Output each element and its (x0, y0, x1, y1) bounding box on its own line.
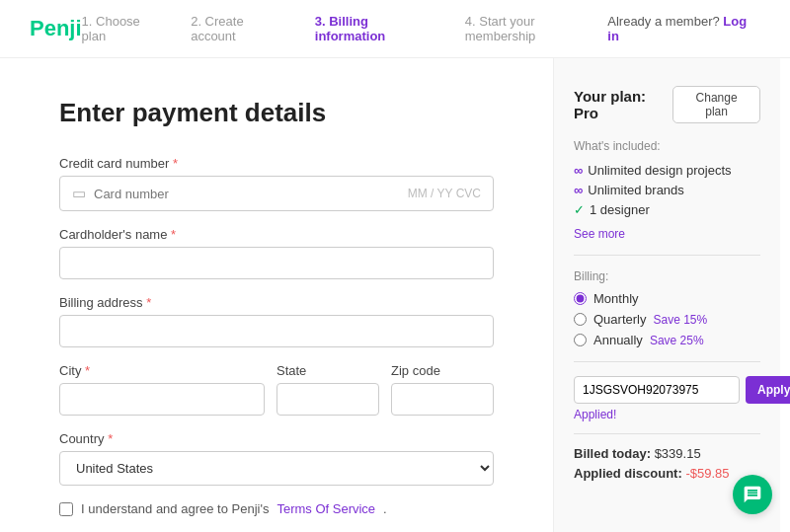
state-label: State (276, 363, 379, 378)
step-4: 4. Start your membership (465, 14, 608, 43)
billing-annually-label: Annually (593, 333, 643, 347)
tos-row: I understand and agree to Penji's Terms … (59, 501, 494, 516)
divider-2 (574, 361, 760, 362)
right-panel: Your plan: Pro Change plan What's includ… (553, 58, 780, 532)
quarterly-save-badge: Save 15% (653, 313, 707, 327)
billed-today-label: Billed today: (574, 446, 651, 461)
whats-included-label: What's included: (574, 139, 760, 153)
billing-address-group: Billing address * (59, 295, 494, 347)
see-more-link[interactable]: See more (574, 227, 760, 241)
state-input[interactable] (276, 383, 379, 416)
logo: Penji (30, 16, 82, 41)
main-layout: Enter payment details Credit card number… (0, 58, 790, 532)
page-title: Enter payment details (59, 98, 494, 128)
feature-2: ∞ Unlimited brands (574, 183, 760, 197)
billed-today-value: $339.15 (655, 446, 701, 461)
card-placeholders: MM / YY CVC (408, 187, 481, 200)
chat-button[interactable] (733, 475, 772, 514)
state-group: State (276, 363, 379, 416)
billing-address-input[interactable] (59, 315, 494, 347)
included-list: ∞ Unlimited design projects ∞ Unlimited … (574, 163, 760, 217)
billing-options: Monthly Quarterly Save 15% Annually Save… (574, 291, 760, 347)
zip-input[interactable] (391, 383, 494, 416)
feature-1: ∞ Unlimited design projects (574, 163, 760, 178)
header: Penji 1. Choose plan 2. Create account 3… (0, 0, 790, 58)
plan-title: Your plan: Pro (574, 88, 672, 121)
billing-option-monthly[interactable]: Monthly (574, 291, 760, 306)
steps-nav: 1. Choose plan 2. Create account 3. Bill… (82, 14, 608, 43)
country-select[interactable]: United States Canada United Kingdom Aust… (59, 451, 494, 486)
country-group: Country * United States Canada United Ki… (59, 431, 494, 486)
applied-text: Applied! (574, 408, 760, 421)
tos-text: I understand and agree to Penji's (81, 501, 269, 516)
credit-card-group: Credit card number * ▭ MM / YY CVC (59, 156, 494, 211)
coupon-row: Apply (574, 376, 760, 404)
credit-card-label: Credit card number * (59, 156, 494, 171)
annually-save-badge: Save 25% (650, 334, 704, 347)
country-label: Country * (59, 431, 494, 446)
billing-address-label: Billing address * (59, 295, 494, 310)
infinity-icon-2: ∞ (574, 183, 583, 197)
chat-icon (743, 485, 762, 504)
change-plan-button[interactable]: Change plan (672, 86, 760, 123)
logo-text: Penji (30, 16, 82, 40)
apply-button[interactable]: Apply (746, 376, 790, 404)
left-panel: Enter payment details Credit card number… (0, 58, 553, 532)
tos-link[interactable]: Terms Of Service (276, 501, 375, 516)
cardholder-group: Cardholder's name * (59, 227, 494, 279)
credit-card-input-wrapper[interactable]: ▭ MM / YY CVC (59, 176, 494, 211)
city-input[interactable] (59, 383, 265, 416)
applied-discount-value: -$59.85 (685, 466, 729, 481)
coupon-input[interactable] (574, 376, 740, 404)
applied-discount-row: Applied discount: -$59.85 (574, 466, 760, 481)
step-3: 3. Billing information (315, 14, 441, 43)
cardholder-label: Cardholder's name * (59, 227, 494, 242)
infinity-icon-1: ∞ (574, 163, 583, 178)
card-icon: ▭ (72, 185, 86, 202)
step-2: 2. Create account (191, 14, 291, 43)
credit-card-input[interactable] (94, 187, 408, 201)
zip-group: Zip code (391, 363, 494, 416)
applied-discount-label: Applied discount: (574, 466, 682, 481)
billing-radio-quarterly[interactable] (574, 313, 587, 326)
billed-today-row: Billed today: $339.15 (574, 446, 760, 461)
billing-radio-monthly[interactable] (574, 292, 587, 305)
billing-option-annually[interactable]: Annually Save 25% (574, 333, 760, 347)
billing-radio-annually[interactable] (574, 334, 587, 346)
billing-monthly-label: Monthly (593, 291, 639, 306)
zip-label: Zip code (391, 363, 494, 378)
check-icon: ✓ (574, 202, 585, 217)
billing-option-quarterly[interactable]: Quarterly Save 15% (574, 312, 760, 327)
step-1: 1. Choose plan (82, 14, 168, 43)
billing-label: Billing: (574, 269, 760, 283)
billing-quarterly-label: Quarterly (593, 312, 646, 327)
already-member-text: Already a member? (607, 14, 719, 29)
feature-3: ✓ 1 designer (574, 202, 760, 217)
divider-1 (574, 255, 760, 256)
city-group: City * (59, 363, 265, 416)
tos-checkbox[interactable] (59, 502, 73, 516)
city-label: City * (59, 363, 265, 378)
city-state-zip-group: City * State Zip code (59, 363, 494, 416)
header-right: Already a member? Log in (607, 14, 760, 43)
cardholder-input[interactable] (59, 247, 494, 279)
plan-header: Your plan: Pro Change plan (574, 86, 760, 123)
billing-summary: Billed today: $339.15 Applied discount: … (574, 433, 760, 481)
